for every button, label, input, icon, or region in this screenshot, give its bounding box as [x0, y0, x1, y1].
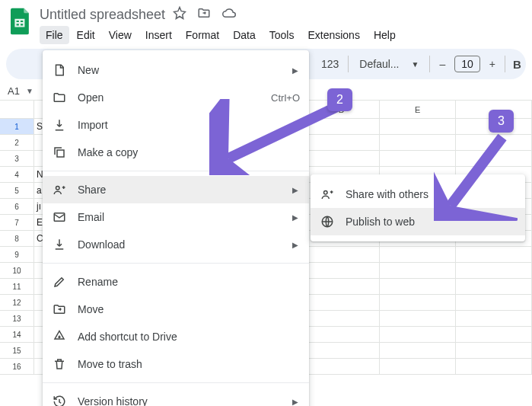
svg-point-3 [324, 191, 328, 195]
submenu-arrow-icon: ▶ [292, 241, 298, 249]
submenu-arrow-icon: ▶ [292, 398, 298, 406]
chevron-down-icon: ▼ [26, 87, 33, 95]
select-all-corner[interactable] [0, 101, 34, 118]
download-icon [52, 237, 67, 252]
trash-icon [52, 356, 67, 372]
row-header[interactable]: 13 [0, 311, 34, 326]
file-menu-import[interactable]: Import [43, 111, 309, 139]
menu-separator [43, 382, 309, 383]
label: Download [78, 238, 300, 251]
file-menu-email[interactable]: Email ▶ [43, 203, 309, 231]
import-icon [52, 117, 67, 133]
file-menu-dropdown: New ▶ Open Ctrl+O Import Make a copy Sha… [43, 50, 309, 406]
globe-icon [320, 214, 335, 229]
star-icon[interactable] [173, 6, 186, 23]
row-header[interactable]: 9 [0, 247, 34, 262]
annotation-badge-3: 3 [489, 110, 514, 133]
row-header[interactable]: 3 [0, 151, 34, 166]
share-submenu: Share with others Publish to web [311, 174, 525, 241]
row-header[interactable]: 1 [0, 119, 34, 134]
toolbar-separator [429, 56, 430, 72]
submenu-arrow-icon: ▶ [292, 66, 298, 75]
file-menu-copy[interactable]: Make a copy [43, 139, 309, 166]
bold-button[interactable]: B [510, 58, 524, 71]
label: New [78, 64, 300, 76]
menubar: File Edit View Insert Format Data Tools … [40, 26, 523, 44]
file-menu-open[interactable]: Open Ctrl+O [43, 84, 309, 111]
menu-view[interactable]: View [103, 26, 138, 44]
file-menu-shortcut[interactable]: Add shortcut to Drive [43, 323, 309, 350]
toolbar-separator [348, 56, 349, 72]
label: Import [78, 119, 300, 131]
file-menu-trash[interactable]: Move to trash [43, 350, 309, 378]
menu-separator [43, 171, 309, 171]
file-menu-rename[interactable]: Rename [43, 268, 309, 296]
svg-point-1 [56, 187, 60, 190]
label: Rename [78, 276, 300, 288]
row-header[interactable]: 6 [0, 199, 34, 214]
rename-icon [52, 274, 67, 289]
app-header: Untitled spreadsheet File Edit View Inse… [0, 0, 532, 44]
font-select[interactable]: Defaul... ▼ [353, 55, 425, 73]
share-icon [52, 182, 67, 197]
row-header[interactable]: 5 [0, 183, 34, 198]
row-header[interactable]: 14 [0, 327, 34, 342]
row-header[interactable]: 10 [0, 263, 34, 278]
row-header[interactable]: 16 [0, 359, 34, 374]
file-menu-version[interactable]: Version history ▶ [43, 388, 309, 406]
file-menu-download[interactable]: Download ▶ [43, 231, 309, 258]
font-size-input[interactable]: 10 [454, 56, 480, 72]
move-folder-icon[interactable] [197, 6, 211, 23]
column-header-e[interactable]: E [380, 101, 456, 118]
row-header[interactable]: 15 [0, 343, 34, 358]
sheets-logo[interactable] [9, 6, 32, 37]
label: Open [78, 91, 260, 104]
font-size-increase[interactable]: + [485, 55, 500, 73]
copy-icon [52, 145, 67, 160]
menu-tools[interactable]: Tools [263, 26, 301, 44]
menu-insert[interactable]: Insert [139, 26, 178, 44]
row-header[interactable]: 7 [0, 215, 34, 230]
email-icon [52, 209, 67, 225]
file-menu-new[interactable]: New ▶ [43, 56, 309, 84]
share-with-others[interactable]: Share with others [311, 181, 525, 208]
submenu-arrow-icon: ▶ [292, 186, 298, 194]
chevron-down-icon: ▼ [412, 60, 419, 69]
row-header[interactable]: 4 [0, 167, 34, 182]
move-icon [52, 302, 67, 317]
file-menu-move[interactable]: Move [43, 296, 309, 323]
menu-data[interactable]: Data [227, 26, 262, 44]
folder-open-icon [52, 90, 67, 105]
menu-edit[interactable]: Edit [71, 26, 101, 44]
document-icon [52, 62, 67, 78]
row-header[interactable]: 12 [0, 295, 34, 310]
name-box-value: A1 [8, 85, 20, 97]
label: Make a copy [78, 146, 300, 158]
row-header[interactable]: 8 [0, 231, 34, 246]
label: Move to trash [78, 358, 300, 370]
number-format-button[interactable]: 123 [317, 55, 343, 73]
history-icon [52, 394, 67, 406]
share-people-icon [320, 187, 335, 202]
document-title[interactable]: Untitled spreadsheet [40, 7, 165, 23]
font-name: Defaul... [359, 58, 399, 70]
menu-extensions[interactable]: Extensions [301, 26, 365, 44]
label: Publish to web [346, 216, 516, 228]
font-size-decrease[interactable]: – [435, 55, 450, 73]
label: Share with others [346, 188, 516, 200]
menu-file[interactable]: File [40, 26, 69, 44]
label: Add shortcut to Drive [78, 331, 300, 343]
shortcut: Ctrl+O [271, 92, 300, 104]
menu-help[interactable]: Help [368, 26, 402, 44]
name-box[interactable]: A1 ▼ [6, 84, 38, 98]
menu-format[interactable]: Format [180, 26, 225, 44]
drive-shortcut-icon [52, 329, 67, 344]
cloud-status-icon[interactable] [221, 6, 237, 23]
row-header[interactable]: 2 [0, 135, 34, 150]
file-menu-share[interactable]: Share ▶ [43, 176, 309, 203]
row-header[interactable]: 11 [0, 279, 34, 294]
toolbar-separator [505, 56, 505, 72]
title-area: Untitled spreadsheet File Edit View Inse… [40, 6, 523, 44]
submenu-arrow-icon: ▶ [292, 213, 298, 222]
publish-to-web[interactable]: Publish to web [311, 208, 525, 235]
